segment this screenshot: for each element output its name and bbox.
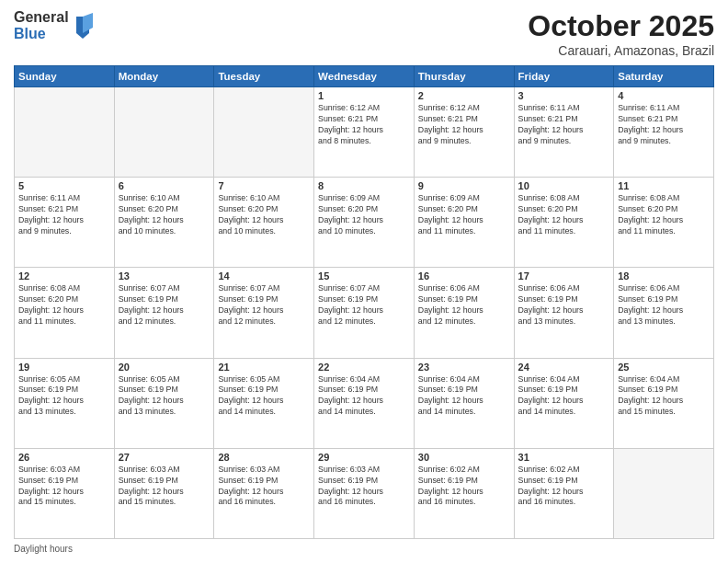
calendar-cell: 24Sunrise: 6:04 AMSunset: 6:19 PMDayligh… xyxy=(514,358,614,448)
header-thursday: Thursday xyxy=(414,66,514,87)
day-number: 21 xyxy=(218,362,310,373)
header-monday: Monday xyxy=(114,66,214,87)
cell-content: Sunrise: 6:04 AMSunset: 6:19 PMDaylight:… xyxy=(318,374,410,419)
cell-content: Sunrise: 6:08 AMSunset: 6:20 PMDaylight:… xyxy=(518,193,610,237)
footer-note-text: Daylight hours xyxy=(14,544,73,554)
day-number: 12 xyxy=(18,270,110,282)
calendar-cell: 9Sunrise: 6:09 AMSunset: 6:20 PMDaylight… xyxy=(414,178,514,268)
week-row-0: 1Sunrise: 6:12 AMSunset: 6:21 PMDaylight… xyxy=(15,87,714,178)
month-title: October 2025 xyxy=(528,9,714,43)
calendar-cell: 10Sunrise: 6:08 AMSunset: 6:20 PMDayligh… xyxy=(514,178,614,268)
calendar-cell xyxy=(114,87,214,178)
calendar-cell: 14Sunrise: 6:07 AMSunset: 6:19 PMDayligh… xyxy=(214,268,314,358)
day-number: 23 xyxy=(418,362,510,373)
calendar-cell: 11Sunrise: 6:08 AMSunset: 6:20 PMDayligh… xyxy=(614,178,714,268)
calendar-cell: 16Sunrise: 6:06 AMSunset: 6:19 PMDayligh… xyxy=(414,268,514,358)
cell-content: Sunrise: 6:06 AMSunset: 6:19 PMDaylight:… xyxy=(618,283,710,327)
location: Carauari, Amazonas, Brazil xyxy=(528,43,714,58)
header-sunday: Sunday xyxy=(15,66,115,87)
svg-marker-1 xyxy=(83,13,93,33)
day-number: 11 xyxy=(618,180,710,191)
logo-blue: Blue xyxy=(14,26,69,42)
cell-content: Sunrise: 6:06 AMSunset: 6:19 PMDaylight:… xyxy=(518,283,610,327)
calendar-cell: 15Sunrise: 6:07 AMSunset: 6:19 PMDayligh… xyxy=(314,268,415,358)
day-number: 19 xyxy=(18,362,110,373)
cell-content: Sunrise: 6:09 AMSunset: 6:20 PMDaylight:… xyxy=(418,193,510,237)
title-block: October 2025 Carauari, Amazonas, Brazil xyxy=(528,9,714,58)
header-friday: Friday xyxy=(514,66,614,87)
calendar-cell: 3Sunrise: 6:11 AMSunset: 6:21 PMDaylight… xyxy=(514,87,614,178)
calendar-cell: 25Sunrise: 6:04 AMSunset: 6:19 PMDayligh… xyxy=(614,358,714,448)
cell-content: Sunrise: 6:03 AMSunset: 6:19 PMDaylight:… xyxy=(318,465,410,509)
calendar-cell: 19Sunrise: 6:05 AMSunset: 6:19 PMDayligh… xyxy=(15,358,115,448)
day-number: 26 xyxy=(18,452,110,463)
calendar-cell: 5Sunrise: 6:11 AMSunset: 6:21 PMDaylight… xyxy=(15,178,115,268)
day-number: 9 xyxy=(418,180,510,191)
cell-content: Sunrise: 6:12 AMSunset: 6:21 PMDaylight:… xyxy=(318,103,410,147)
day-number: 7 xyxy=(218,180,310,191)
calendar-cell: 12Sunrise: 6:08 AMSunset: 6:20 PMDayligh… xyxy=(15,268,115,358)
header-tuesday: Tuesday xyxy=(214,66,314,87)
calendar-cell: 28Sunrise: 6:03 AMSunset: 6:19 PMDayligh… xyxy=(214,448,314,538)
calendar-cell xyxy=(614,448,714,538)
day-number: 1 xyxy=(318,90,410,101)
calendar-cell: 18Sunrise: 6:06 AMSunset: 6:19 PMDayligh… xyxy=(614,268,714,358)
day-number: 29 xyxy=(318,452,410,463)
logo: General Blue xyxy=(14,9,93,41)
day-number: 10 xyxy=(518,180,610,191)
header: General Blue October 2025 Carauari, Amaz… xyxy=(14,9,714,58)
cell-content: Sunrise: 6:02 AMSunset: 6:19 PMDaylight:… xyxy=(518,465,610,509)
day-number: 28 xyxy=(218,452,310,463)
header-wednesday: Wednesday xyxy=(314,66,415,87)
cell-content: Sunrise: 6:08 AMSunset: 6:20 PMDaylight:… xyxy=(18,283,110,327)
calendar-cell: 1Sunrise: 6:12 AMSunset: 6:21 PMDaylight… xyxy=(314,87,415,178)
cell-content: Sunrise: 6:03 AMSunset: 6:19 PMDaylight:… xyxy=(119,465,210,509)
cell-content: Sunrise: 6:11 AMSunset: 6:21 PMDaylight:… xyxy=(18,193,110,237)
cell-content: Sunrise: 6:03 AMSunset: 6:19 PMDaylight:… xyxy=(218,465,310,509)
calendar-cell xyxy=(214,87,314,178)
calendar-cell: 4Sunrise: 6:11 AMSunset: 6:21 PMDaylight… xyxy=(614,87,714,178)
calendar-cell xyxy=(15,87,115,178)
calendar-cell: 8Sunrise: 6:09 AMSunset: 6:20 PMDaylight… xyxy=(314,178,415,268)
footer-note: Daylight hours xyxy=(14,544,714,554)
cell-content: Sunrise: 6:04 AMSunset: 6:19 PMDaylight:… xyxy=(618,374,710,419)
calendar-cell: 29Sunrise: 6:03 AMSunset: 6:19 PMDayligh… xyxy=(314,448,415,538)
cell-content: Sunrise: 6:07 AMSunset: 6:19 PMDaylight:… xyxy=(318,283,410,327)
page: General Blue October 2025 Carauari, Amaz… xyxy=(0,0,728,563)
calendar-cell: 20Sunrise: 6:05 AMSunset: 6:19 PMDayligh… xyxy=(114,358,214,448)
cell-content: Sunrise: 6:05 AMSunset: 6:19 PMDaylight:… xyxy=(18,374,110,419)
cell-content: Sunrise: 6:08 AMSunset: 6:20 PMDaylight:… xyxy=(618,193,710,237)
calendar-cell: 21Sunrise: 6:05 AMSunset: 6:19 PMDayligh… xyxy=(214,358,314,448)
cell-content: Sunrise: 6:09 AMSunset: 6:20 PMDaylight:… xyxy=(318,193,410,237)
day-number: 17 xyxy=(518,270,610,282)
cell-content: Sunrise: 6:12 AMSunset: 6:21 PMDaylight:… xyxy=(418,103,510,147)
calendar-cell: 2Sunrise: 6:12 AMSunset: 6:21 PMDaylight… xyxy=(414,87,514,178)
day-number: 27 xyxy=(119,452,210,463)
week-row-4: 26Sunrise: 6:03 AMSunset: 6:19 PMDayligh… xyxy=(15,448,714,538)
week-row-1: 5Sunrise: 6:11 AMSunset: 6:21 PMDaylight… xyxy=(15,178,714,268)
cell-content: Sunrise: 6:10 AMSunset: 6:20 PMDaylight:… xyxy=(119,193,210,237)
header-saturday: Saturday xyxy=(614,66,714,87)
day-number: 31 xyxy=(518,452,610,463)
cell-content: Sunrise: 6:11 AMSunset: 6:21 PMDaylight:… xyxy=(618,103,710,147)
calendar-cell: 23Sunrise: 6:04 AMSunset: 6:19 PMDayligh… xyxy=(414,358,514,448)
day-number: 14 xyxy=(218,270,310,282)
day-number: 25 xyxy=(618,362,710,373)
cell-content: Sunrise: 6:06 AMSunset: 6:19 PMDaylight:… xyxy=(418,283,510,327)
calendar-cell: 30Sunrise: 6:02 AMSunset: 6:19 PMDayligh… xyxy=(414,448,514,538)
calendar-cell: 6Sunrise: 6:10 AMSunset: 6:20 PMDaylight… xyxy=(114,178,214,268)
cell-content: Sunrise: 6:03 AMSunset: 6:19 PMDaylight:… xyxy=(18,465,110,509)
logo-icon xyxy=(73,13,93,39)
cell-content: Sunrise: 6:05 AMSunset: 6:19 PMDaylight:… xyxy=(119,374,210,419)
cell-content: Sunrise: 6:05 AMSunset: 6:19 PMDaylight:… xyxy=(218,374,310,419)
logo-general: General xyxy=(14,9,69,26)
calendar-cell: 31Sunrise: 6:02 AMSunset: 6:19 PMDayligh… xyxy=(514,448,614,538)
logo-text: General Blue xyxy=(14,9,69,41)
day-number: 20 xyxy=(119,362,210,373)
calendar: SundayMondayTuesdayWednesdayThursdayFrid… xyxy=(14,65,714,539)
day-number: 4 xyxy=(618,90,710,101)
calendar-cell: 7Sunrise: 6:10 AMSunset: 6:20 PMDaylight… xyxy=(214,178,314,268)
day-number: 16 xyxy=(418,270,510,282)
day-number: 30 xyxy=(418,452,510,463)
calendar-header-row: SundayMondayTuesdayWednesdayThursdayFrid… xyxy=(15,66,714,87)
